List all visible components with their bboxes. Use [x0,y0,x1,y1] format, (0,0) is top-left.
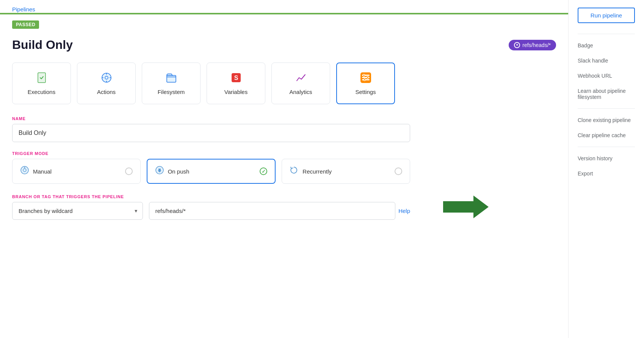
svg-rect-0 [38,73,45,83]
sidebar-item-slack-handle[interactable]: Slack handle [578,54,635,67]
nav-card-settings[interactable]: Settings [336,63,395,104]
branch-pattern-input[interactable] [149,202,395,220]
sidebar-item-version-history[interactable]: Version history [578,152,635,165]
analytics-label: Analytics [289,89,312,95]
page-title: Build Only [12,38,73,52]
recurrently-radio[interactable] [395,167,402,175]
sidebar-item-clone-pipeline[interactable]: Clone existing pipeline [578,113,635,127]
settings-label: Settings [355,89,376,95]
analytics-icon [295,72,307,86]
variables-icon: S [230,72,242,86]
run-pipeline-sidebar-btn[interactable]: Run pipeline [578,8,635,23]
sidebar-divider-1 [578,34,635,34]
on-push-icon [155,166,164,177]
pipelines-link[interactable]: Pipelines [12,6,35,13]
refs-icon: ✦ [514,42,520,48]
on-push-radio[interactable] [260,167,267,175]
nav-card-variables[interactable]: S Variables [207,63,265,104]
filesystem-icon [165,72,177,86]
nav-card-filesystem[interactable]: Filesystem [142,63,201,104]
svg-point-14 [363,74,365,76]
sidebar-item-badge[interactable]: Badge [578,39,635,52]
manual-icon [20,166,29,177]
filesystem-label: Filesystem [158,89,185,95]
trigger-label: TRIGGER MODE [12,151,410,156]
settings-form: NAME TRIGGER MODE [12,116,410,220]
executions-icon [36,72,48,86]
recurrently-left: Recurrently [290,166,332,177]
variables-label: Variables [224,89,248,95]
sidebar-divider-2 [578,108,635,109]
branch-type-select[interactable]: Branches by wildcard [12,202,143,220]
manual-radio[interactable] [125,167,133,175]
trigger-manual-left: Manual [20,166,52,177]
svg-marker-17 [443,196,489,218]
on-push-label: On push [168,168,190,175]
nav-card-actions[interactable]: Actions [77,63,136,104]
sidebar-item-clear-cache[interactable]: Clear pipeline cache [578,128,635,142]
manual-label: Manual [33,168,52,175]
nav-card-analytics[interactable]: Analytics [271,63,330,104]
svg-point-20 [24,167,25,168]
name-label: NAME [12,116,410,121]
sidebar-item-export[interactable]: Export [578,167,635,180]
trigger-recurrently[interactable]: Recurrently [282,159,410,184]
branch-input-wrap: Help [149,202,410,220]
refs-text: refs/heads/* [522,42,551,48]
svg-point-15 [367,77,368,78]
svg-text:S: S [234,75,238,81]
trigger-mode-row: Manual On push [12,159,410,184]
name-input[interactable] [12,124,410,142]
trigger-manual[interactable]: Manual [12,159,141,184]
help-link[interactable]: Help [398,208,410,214]
sidebar-item-learn-filesystem[interactable]: Learn about pipeline filesystem [578,84,635,104]
recurrently-label: Recurrently [302,168,332,175]
title-row: Build Only ✦ refs/heads/* [12,38,556,52]
sidebar: Run pipeline Badge Slack handle Webhook … [568,0,644,338]
passed-badge: PASSED [12,20,39,29]
svg-point-16 [364,79,365,81]
actions-icon [100,72,113,86]
recurrently-icon [290,166,299,177]
on-push-left: On push [155,166,190,177]
svg-rect-7 [167,75,176,82]
actions-label: Actions [97,89,116,95]
settings-icon [360,72,372,86]
branch-select-wrap: Branches by wildcard ▼ [12,202,143,220]
branch-label: BRANCH OR TAG THAT TRIGGERS THE PIPELINE [12,194,410,199]
trigger-on-push[interactable]: On push [147,159,276,184]
nav-cards: Executions Actions [12,63,556,104]
branch-row: Branches by wildcard ▼ Help [12,202,410,220]
refs-badge: ✦ refs/heads/* [509,40,556,50]
nav-card-executions[interactable]: Executions [12,63,71,104]
arrow-indicator [443,196,489,220]
sidebar-divider-3 [578,147,635,147]
executions-label: Executions [28,89,55,95]
sidebar-item-webhook-url[interactable]: Webhook URL [578,69,635,83]
